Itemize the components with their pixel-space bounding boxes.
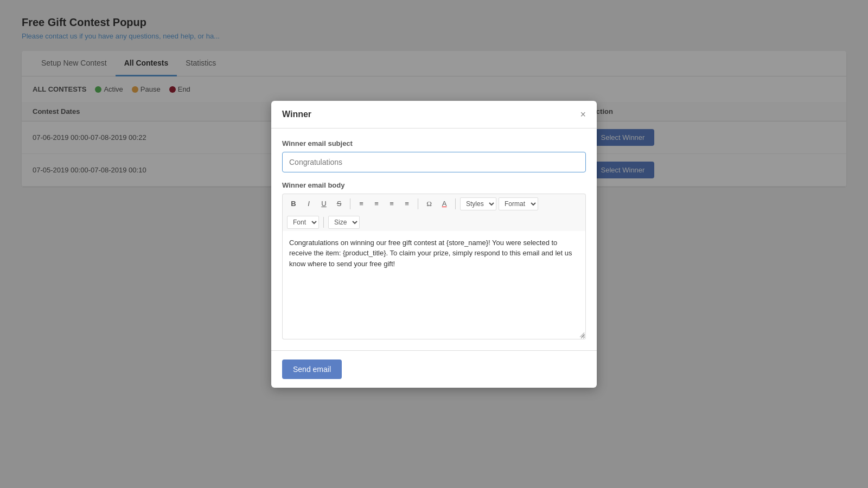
email-body-text: Congratulations on winning our free gift…	[289, 237, 579, 269]
toolbar-divider-1	[350, 198, 350, 209]
modal-overlay: Winner × Winner email subject Winner ema…	[0, 0, 868, 488]
format-select[interactable]: Format	[499, 197, 538, 210]
underline-button[interactable]: U	[317, 197, 330, 210]
italic-button[interactable]: I	[302, 197, 315, 210]
align-center-button[interactable]: ≡	[370, 197, 383, 210]
modal-close-button[interactable]: ×	[580, 110, 586, 119]
modal-body: Winner email subject Winner email body B…	[271, 129, 597, 350]
email-body-label: Winner email body	[282, 181, 586, 189]
modal-title: Winner	[282, 110, 311, 119]
toolbar-divider-2	[418, 198, 418, 209]
align-right-button[interactable]: ≡	[385, 197, 398, 210]
resize-handle: ◢	[579, 330, 584, 338]
toolbar-divider-3	[455, 198, 456, 209]
align-left-button[interactable]: ≡	[355, 197, 368, 210]
editor-toolbar-row1: B I U S ≡ ≡ ≡ ≡ Ω A Styles Format	[282, 194, 586, 214]
font-color-button[interactable]: A	[438, 197, 451, 210]
send-email-button[interactable]: Send email	[282, 359, 342, 379]
omega-button[interactable]: Ω	[423, 197, 436, 210]
modal-footer: Send email	[271, 350, 597, 388]
size-select[interactable]: Size	[328, 216, 360, 229]
winner-modal: Winner × Winner email subject Winner ema…	[271, 101, 597, 388]
editor-toolbar-row2: Font Size	[282, 214, 586, 231]
align-justify-button[interactable]: ≡	[400, 197, 413, 210]
toolbar-divider-4	[323, 217, 324, 228]
bold-button[interactable]: B	[287, 197, 300, 210]
strikethrough-button[interactable]: S	[333, 197, 346, 210]
email-body-editor[interactable]: Congratulations on winning our free gift…	[282, 231, 586, 339]
styles-select[interactable]: Styles	[460, 197, 496, 210]
email-subject-input[interactable]	[282, 152, 586, 172]
email-subject-label: Winner email subject	[282, 139, 586, 147]
font-select[interactable]: Font	[287, 216, 319, 229]
modal-header: Winner ×	[271, 101, 597, 129]
